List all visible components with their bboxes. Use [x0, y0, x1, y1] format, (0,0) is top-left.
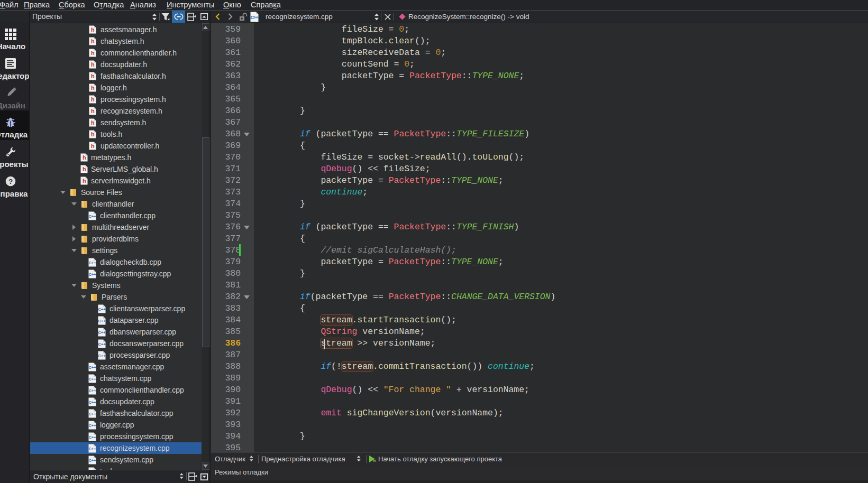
svg-text:h: h: [83, 178, 86, 184]
svg-text:h: h: [91, 61, 95, 68]
svg-text:h: h: [91, 131, 95, 137]
svg-text:h: h: [91, 73, 95, 79]
svg-text:C++: C++: [88, 411, 96, 416]
svg-text:h: h: [83, 154, 86, 161]
svg-text:h: h: [91, 96, 95, 103]
svg-text:h: h: [91, 38, 95, 44]
svg-text:C++: C++: [88, 458, 96, 462]
svg-text:C++: C++: [88, 365, 96, 369]
svg-text:C++: C++: [98, 306, 106, 311]
svg-text:C++: C++: [98, 341, 106, 346]
svg-text:C++: C++: [88, 213, 96, 218]
svg-text:C++: C++: [98, 353, 106, 358]
svg-text:C++: C++: [98, 330, 106, 335]
svg-text:h: h: [91, 85, 95, 91]
svg-text:h: h: [91, 143, 95, 149]
svg-text:h: h: [91, 119, 95, 126]
svg-text:C++: C++: [88, 376, 96, 381]
svg-text:h: h: [91, 108, 95, 114]
svg-text:C++: C++: [88, 272, 96, 276]
svg-text:?: ?: [8, 178, 13, 185]
svg-text:C++: C++: [88, 423, 96, 428]
svg-text:C++: C++: [88, 388, 96, 393]
svg-text:C++: C++: [88, 434, 96, 439]
svg-text:h: h: [91, 26, 95, 33]
svg-text:h: h: [83, 166, 86, 172]
svg-text:C++: C++: [88, 400, 96, 404]
svg-text:h: h: [91, 50, 95, 56]
svg-text:C++: C++: [98, 318, 106, 323]
svg-text:C++: C++: [88, 260, 96, 265]
svg-text:C++: C++: [251, 14, 259, 20]
svg-text:C++: C++: [88, 446, 96, 451]
